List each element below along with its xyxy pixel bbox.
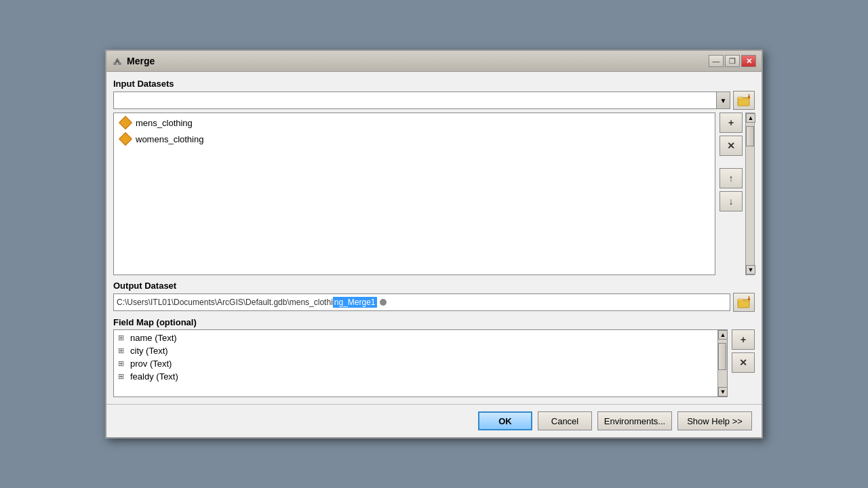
expand-fealdy-icon[interactable]: ⊞ <box>118 372 127 381</box>
expand-name-icon[interactable]: ⊞ <box>118 333 127 342</box>
dialog-body: Input Datasets ▼ <box>106 72 762 404</box>
field-name-label: name (Text) <box>130 333 177 343</box>
scrollbar-thumb <box>746 126 754 146</box>
dialog-title: Merge <box>127 56 155 66</box>
add-dataset-button[interactable]: + <box>719 113 743 133</box>
dialog-icon <box>112 56 123 66</box>
field-item-fealdy[interactable]: ⊞ fealdy (Text) <box>115 370 716 383</box>
dataset-side-buttons: + ✕ ↑ ↓ <box>719 113 743 275</box>
left-main-panel: Input Datasets ▼ <box>113 79 755 397</box>
field-item-name[interactable]: ⊞ name (Text) <box>115 331 716 344</box>
scrollbar-track <box>746 123 754 265</box>
title-controls: — ❐ ✕ <box>709 55 756 67</box>
restore-button[interactable]: ❐ <box>725 55 740 67</box>
field-fealdy-label: fealdy (Text) <box>130 371 178 382</box>
output-folder-btn[interactable] <box>733 293 755 312</box>
field-map-label: Field Map (optional) <box>113 317 755 327</box>
womens-clothing-label: womens_clothing <box>136 134 203 144</box>
output-text-selected: ng_Merge1 <box>333 297 377 308</box>
dataset-item-mens[interactable]: mens_clothing <box>115 115 713 131</box>
title-bar: Merge — ❐ ✕ <box>106 51 762 72</box>
input-datasets-row: ▼ <box>113 91 755 110</box>
field-item-prov[interactable]: ⊞ prov (Text) <box>115 357 716 370</box>
mens-feature-icon <box>119 117 132 129</box>
merge-dialog: Merge — ❐ ✕ Input Datasets ▼ <box>105 49 763 439</box>
fieldmap-scroll-thumb <box>718 343 726 370</box>
output-dataset-label: Output Dataset <box>113 281 755 291</box>
remove-dataset-button[interactable]: ✕ <box>719 136 743 156</box>
spacer1 <box>719 159 743 165</box>
output-text-normal: C:\Users\ITL01\Documents\ArcGIS\Default.… <box>117 298 333 307</box>
womens-feature-icon <box>119 133 132 145</box>
field-city-label: city (Text) <box>130 346 168 356</box>
dataset-list[interactable]: mens_clothing womens_clothing <box>113 113 715 275</box>
field-item-city[interactable]: ⊞ city (Text) <box>115 344 716 357</box>
field-map-list-wrapper: ⊞ name (Text) ⊞ city (Text) ⊞ prov (Text… <box>113 329 728 397</box>
scrollbar-up-arrow[interactable]: ▲ <box>746 113 755 123</box>
field-map-list[interactable]: ⊞ name (Text) ⊞ city (Text) ⊞ prov (Text… <box>114 330 717 396</box>
output-field[interactable]: C:\Users\ITL01\Documents\ArcGIS\Default.… <box>113 293 730 311</box>
remove-field-button[interactable]: ✕ <box>732 352 755 373</box>
output-dataset-section: Output Dataset C:\Users\ITL01\Documents\… <box>113 281 755 312</box>
dropdown-arrow[interactable]: ▼ <box>716 92 730 108</box>
add-field-button[interactable]: + <box>732 329 755 350</box>
bottom-bar: OK Cancel Environments... Show Help >> <box>106 404 762 437</box>
expand-city-icon[interactable]: ⊞ <box>118 346 127 355</box>
input-datasets-label: Input Datasets <box>113 79 755 89</box>
input-datasets-section: Input Datasets ▼ <box>113 79 755 275</box>
move-down-button[interactable]: ↓ <box>719 191 743 211</box>
minimize-button[interactable]: — <box>709 55 724 67</box>
close-button[interactable]: ✕ <box>741 55 756 67</box>
field-map-container: ⊞ name (Text) ⊞ city (Text) ⊞ prov (Text… <box>113 329 755 397</box>
output-indicator <box>380 299 387 306</box>
output-row: C:\Users\ITL01\Documents\ArcGIS\Default.… <box>113 293 755 312</box>
dataset-list-container: mens_clothing womens_clothing + ✕ <box>113 113 755 275</box>
fieldmap-scroll-up[interactable]: ▲ <box>718 330 728 340</box>
field-prov-label: prov (Text) <box>130 359 172 369</box>
ok-button[interactable]: OK <box>478 411 532 430</box>
show-help-button[interactable]: Show Help >> <box>677 411 752 430</box>
outer-scrollbar: ▲ ▼ <box>745 113 755 275</box>
move-up-button[interactable]: ↑ <box>719 168 743 188</box>
environments-button[interactable]: Environments... <box>597 411 672 430</box>
scrollbar-down-arrow[interactable]: ▼ <box>746 265 755 274</box>
fieldmap-scroll-track <box>718 340 727 387</box>
field-map-scrollbar: ▲ ▼ <box>717 330 727 396</box>
dataset-item-womens[interactable]: womens_clothing <box>115 131 713 147</box>
input-datasets-dropdown[interactable]: ▼ <box>113 92 730 109</box>
fieldmap-side-buttons: + ✕ <box>732 329 755 397</box>
input-datasets-folder-btn[interactable] <box>733 91 755 110</box>
field-map-section: Field Map (optional) ⊞ name (Text) ⊞ cit… <box>113 317 755 397</box>
title-bar-left: Merge <box>112 56 155 66</box>
fieldmap-scroll-down[interactable]: ▼ <box>718 387 728 396</box>
expand-prov-icon[interactable]: ⊞ <box>118 359 127 368</box>
cancel-button[interactable]: Cancel <box>538 411 592 430</box>
mens-clothing-label: mens_clothing <box>136 118 193 128</box>
